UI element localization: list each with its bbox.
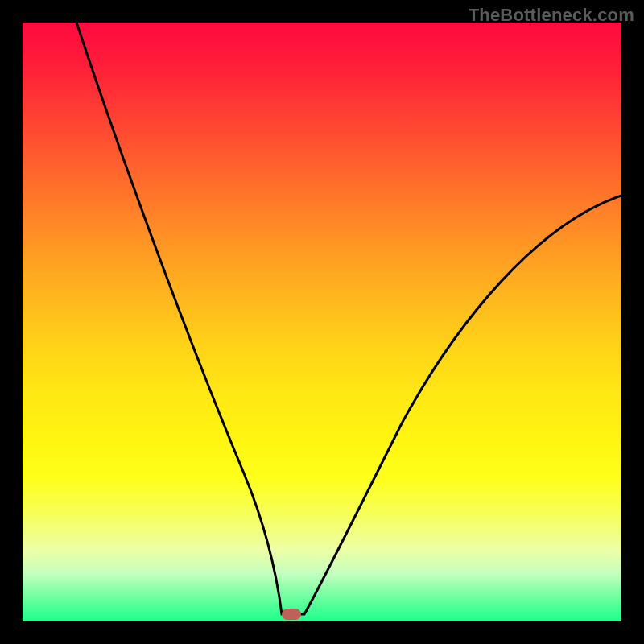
curve-layer (23, 23, 621, 621)
outer-frame: TheBottleneck.com (0, 0, 644, 644)
watermark-text: TheBottleneck.com (469, 5, 634, 26)
min-marker (282, 609, 301, 620)
bottleneck-curve (76, 23, 621, 614)
